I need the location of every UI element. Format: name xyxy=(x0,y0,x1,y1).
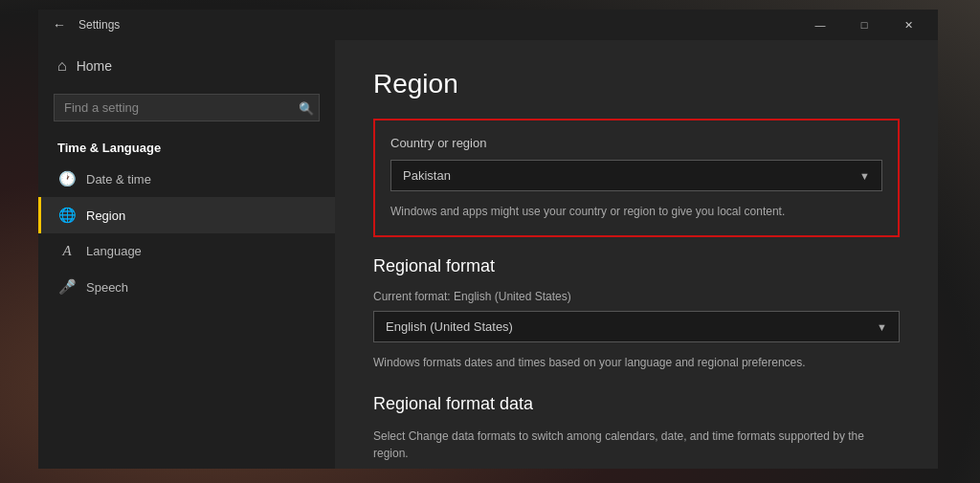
regional-format-section: Regional format Current format: English … xyxy=(373,256,900,371)
region-icon: 🌐 xyxy=(57,207,77,224)
sidebar: ⌂ Home 🔍 Time & Language 🕐 Date & time 🌐… xyxy=(38,40,335,469)
back-button[interactable]: ← xyxy=(46,11,73,38)
sidebar-item-date-time-label: Date & time xyxy=(86,172,151,187)
country-dropdown-chevron: ▼ xyxy=(859,170,870,182)
home-icon: ⌂ xyxy=(57,57,67,75)
window-title: Settings xyxy=(78,18,798,32)
content-area: ⌂ Home 🔍 Time & Language 🕐 Date & time 🌐… xyxy=(38,40,938,469)
country-region-section: Country or region Pakistan ▼ Windows and… xyxy=(373,119,900,237)
regional-format-dropdown[interactable]: English (United States) ▼ xyxy=(373,311,900,342)
country-dropdown-value: Pakistan xyxy=(403,168,451,183)
sidebar-item-speech-label: Speech xyxy=(86,280,128,295)
close-button[interactable]: ✕ xyxy=(886,10,930,40)
main-content: Region Country or region Pakistan ▼ Wind… xyxy=(335,40,938,469)
search-box: 🔍 xyxy=(54,94,320,121)
regional-format-value: English (United States) xyxy=(386,319,513,334)
regional-format-chevron: ▼ xyxy=(877,321,887,333)
page-title: Region xyxy=(373,69,900,99)
sidebar-home-label: Home xyxy=(77,58,112,74)
sidebar-item-language-label: Language xyxy=(86,244,142,258)
regional-format-data-heading: Regional format data xyxy=(373,394,900,414)
regional-format-heading: Regional format xyxy=(373,256,900,276)
regional-format-desc: Windows formats dates and times based on… xyxy=(373,354,900,371)
maximize-button[interactable]: □ xyxy=(842,10,886,40)
sidebar-item-speech[interactable]: 🎤 Speech xyxy=(38,269,335,305)
window-controls: — □ ✕ xyxy=(798,10,930,40)
regional-format-data-desc: Select Change data formats to switch amo… xyxy=(373,428,900,462)
date-time-icon: 🕐 xyxy=(57,170,77,187)
sidebar-item-date-time[interactable]: 🕐 Date & time xyxy=(38,161,335,197)
speech-icon: 🎤 xyxy=(57,278,77,296)
search-input[interactable] xyxy=(54,94,320,121)
sidebar-item-region-label: Region xyxy=(86,209,125,223)
language-icon: A xyxy=(57,243,77,259)
regional-format-data-section: Regional format data Select Change data … xyxy=(373,394,900,462)
sidebar-item-language[interactable]: A Language xyxy=(38,233,335,269)
country-region-label: Country or region xyxy=(390,136,882,150)
current-format-label: Current format: English (United States) xyxy=(373,290,900,303)
sidebar-section-title: Time & Language xyxy=(38,131,335,161)
sidebar-item-region[interactable]: 🌐 Region xyxy=(38,197,335,233)
search-icon[interactable]: 🔍 xyxy=(299,100,314,115)
minimize-button[interactable]: — xyxy=(798,10,842,40)
country-dropdown[interactable]: Pakistan ▼ xyxy=(390,160,882,191)
sidebar-item-home[interactable]: ⌂ Home xyxy=(38,48,335,84)
settings-window: ← Settings — □ ✕ ⌂ Home 🔍 Time & Languag… xyxy=(38,10,938,469)
title-bar: ← Settings — □ ✕ xyxy=(38,10,938,40)
country-region-desc: Windows and apps might use your country … xyxy=(390,203,882,220)
